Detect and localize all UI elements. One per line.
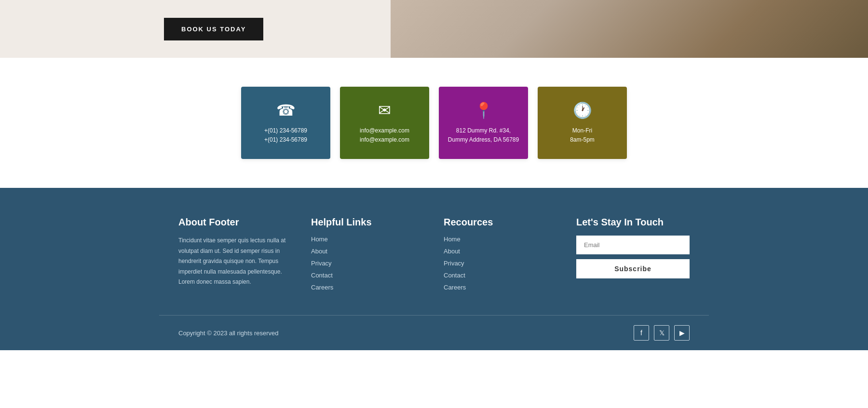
location-line2: Dummy Address, DA 56789 <box>448 135 519 145</box>
location-line1: 812 Dummy Rd. #34, <box>448 126 519 135</box>
helpful-link-home[interactable]: Home <box>311 236 424 243</box>
phone-icon: ☎ <box>276 101 296 119</box>
location-icon: 📍 <box>474 101 493 119</box>
footer-helpful-links-title: Helpful Links <box>311 217 424 228</box>
email-line2: info@example.com <box>360 135 409 145</box>
phone-card: ☎ +(01) 234-56789 +(01) 234-56789 <box>241 87 330 159</box>
footer-helpful-links-column: Helpful Links Home About Privacy Contact… <box>311 217 424 296</box>
resource-link-about[interactable]: About <box>444 248 557 255</box>
hours-line1: Mon-Fri <box>570 126 595 135</box>
resource-link-contact[interactable]: Contact <box>444 272 557 279</box>
footer-resources-title: Recources <box>444 217 557 228</box>
youtube-icon[interactable]: ▶ <box>674 325 690 341</box>
twitter-icon[interactable]: 𝕏 <box>654 325 669 341</box>
footer-inner: About Footer Tincidunt vitae semper quis… <box>159 217 709 315</box>
email-icon: ✉ <box>378 101 391 119</box>
footer-newsletter-title: Let's Stay In Touch <box>576 217 690 228</box>
email-card: ✉ info@example.com info@example.com <box>340 87 429 159</box>
clock-icon: 🕐 <box>573 101 592 119</box>
phone-line1: +(01) 234-56789 <box>264 126 307 135</box>
footer-about-title: About Footer <box>178 217 292 228</box>
location-text: 812 Dummy Rd. #34, Dummy Address, DA 567… <box>448 126 519 145</box>
subscribe-button[interactable]: Subscribe <box>576 259 690 278</box>
hours-text: Mon-Fri 8am-5pm <box>570 126 595 145</box>
social-icons: f 𝕏 ▶ <box>634 325 690 341</box>
helpful-link-privacy[interactable]: Privacy <box>311 260 424 267</box>
footer-about-column: About Footer Tincidunt vitae semper quis… <box>178 217 292 296</box>
helpful-link-about[interactable]: About <box>311 248 424 255</box>
helpful-link-careers[interactable]: Careers <box>311 284 424 291</box>
footer-newsletter-column: Let's Stay In Touch Subscribe <box>576 217 690 296</box>
cards-section: ☎ +(01) 234-56789 +(01) 234-56789 ✉ info… <box>0 58 868 188</box>
footer-about-text: Tincidunt vitae semper quis lectus nulla… <box>178 236 292 288</box>
resource-link-privacy[interactable]: Privacy <box>444 260 557 267</box>
helpful-link-contact[interactable]: Contact <box>311 272 424 279</box>
hours-card: 🕐 Mon-Fri 8am-5pm <box>538 87 627 159</box>
book-button[interactable]: BOOK US TODAY <box>164 18 263 40</box>
email-input[interactable] <box>576 236 690 254</box>
hero-section: BOOK US TODAY <box>0 0 868 58</box>
phone-line2: +(01) 234-56789 <box>264 135 307 145</box>
phone-text: +(01) 234-56789 +(01) 234-56789 <box>264 126 307 145</box>
email-line1: info@example.com <box>360 126 409 135</box>
footer: About Footer Tincidunt vitae semper quis… <box>0 188 868 350</box>
footer-bottom: Copyright © 2023 all rights reserved f 𝕏… <box>159 315 709 350</box>
resource-link-home[interactable]: Home <box>444 236 557 243</box>
email-text: info@example.com info@example.com <box>360 126 409 145</box>
hours-line2: 8am-5pm <box>570 135 595 145</box>
facebook-icon[interactable]: f <box>634 325 649 341</box>
location-card: 📍 812 Dummy Rd. #34, Dummy Address, DA 5… <box>439 87 528 159</box>
copyright-text: Copyright © 2023 all rights reserved <box>178 329 279 337</box>
footer-resources-column: Recources Home About Privacy Contact Car… <box>444 217 557 296</box>
resource-link-careers[interactable]: Careers <box>444 284 557 291</box>
